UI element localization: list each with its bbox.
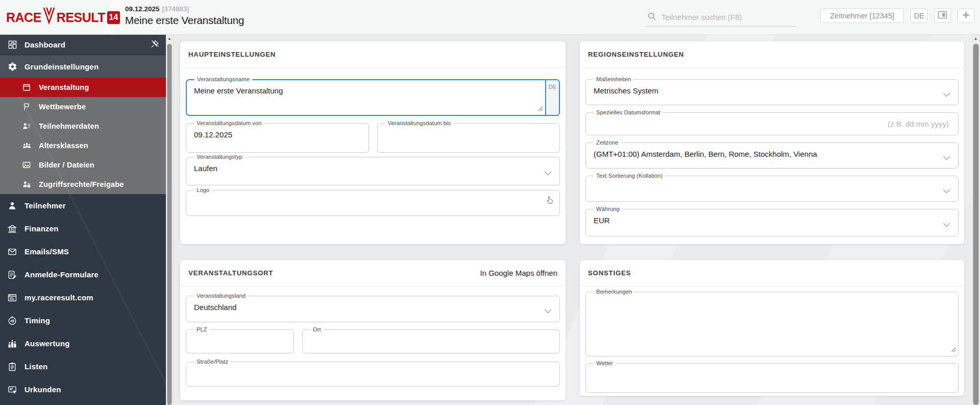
masseinheiten-select[interactable]: Maßeinheiten Metrisches System xyxy=(585,79,959,105)
sidebar-item-listen[interactable]: Listen xyxy=(0,355,166,378)
sidebar-item-label: Teilnehmerdaten xyxy=(39,122,99,130)
sidebar-item-veranstaltung[interactable]: Veranstaltung xyxy=(0,78,166,97)
field-value: EUR xyxy=(586,209,958,225)
logo-field[interactable]: Logo xyxy=(186,190,560,216)
kollation-select[interactable]: Text Sortierung (Kollation) xyxy=(585,176,959,202)
field-label: Veranstaltungsdatum von xyxy=(194,120,264,127)
veranstaltungsname-field[interactable]: Veranstaltungsname Meine erste Veranstal… xyxy=(186,79,560,116)
sidebar-nav: Dashboard Grundeinstellungen Veranstaltu… xyxy=(0,35,166,405)
people-group-icon xyxy=(21,140,32,151)
flag-icon xyxy=(21,101,32,112)
raceresult-logo[interactable]: RACE RESULT 14 xyxy=(6,6,120,29)
ort-field[interactable]: Ort xyxy=(302,329,560,353)
language-button[interactable]: DE xyxy=(911,8,927,23)
language-tag[interactable]: DE xyxy=(545,80,559,115)
svg-text:45: 45 xyxy=(10,319,14,323)
wetter-field[interactable]: Wetter xyxy=(585,363,959,393)
ribbon-icon xyxy=(42,6,56,29)
event-id: [374883] xyxy=(162,5,189,13)
field-label: Text Sortierung (Kollation) xyxy=(594,172,665,180)
sidebar-item-auswertung[interactable]: Auswertung xyxy=(0,332,166,355)
sidebar-item-altersklassen[interactable]: Altersklassen xyxy=(0,136,166,155)
sidebar-item-label: Timing xyxy=(24,316,50,325)
unpin-icon[interactable] xyxy=(150,39,160,51)
sidebar-item-grundeinstellungen[interactable]: Grundeinstellungen xyxy=(0,55,166,78)
sidebar-item-label: Zugriffsrechte/Freigabe xyxy=(39,180,124,188)
veranstaltungsland-select[interactable]: Veranstaltungsland Deutschland xyxy=(186,296,560,322)
sidebar-item-label: Dashboard xyxy=(24,40,65,49)
datumsformat-field[interactable]: Spezielles Datumsformat (z.B. dd.mm.yyyy… xyxy=(585,112,959,135)
strasse-platz-field[interactable]: Straße/Platz xyxy=(186,362,560,387)
veranstaltungstyp-select[interactable]: Veranstaltungstyp Laufen xyxy=(186,157,560,185)
sidebar-item-teilnehmer[interactable]: Teilnehmer xyxy=(0,194,166,217)
envelope-icon xyxy=(7,246,18,257)
sidebar-item-my-raceresult[interactable]: my.raceresult.com xyxy=(0,286,166,309)
calendar-icon xyxy=(21,82,32,93)
bemerkungen-textarea[interactable]: Bemerkungen xyxy=(585,292,959,356)
plz-field[interactable]: PLZ xyxy=(186,329,294,353)
sidebar-item-dashboard[interactable]: Dashboard xyxy=(0,35,166,55)
scrollbar-thumb[interactable] xyxy=(167,44,172,405)
field-label: Spezielles Datumsformat xyxy=(594,109,663,116)
zeitzone-select[interactable]: Zeitzone (GMT+01:00) Amsterdam, Berlin, … xyxy=(585,142,959,169)
search-icon xyxy=(647,12,656,23)
sidebar-item-bilder-dateien[interactable]: Bilder / Dateien xyxy=(0,155,166,175)
panel-toggle-button[interactable] xyxy=(934,8,951,23)
timekeeper-button[interactable]: Zeitnehmer [12345] xyxy=(820,8,904,23)
field-value xyxy=(186,362,559,369)
plus-icon xyxy=(962,11,970,20)
resize-handle-icon[interactable] xyxy=(951,345,956,354)
sidebar-item-zugriffsrechte[interactable]: Zugriffsrechte/Freigabe xyxy=(0,175,166,194)
chevron-down-icon xyxy=(544,306,552,316)
sidebar-item-label: Wettbewerbe xyxy=(39,103,86,111)
app-header: RACE RESULT 14 09.12.2025[374883] Meine … xyxy=(0,0,980,35)
field-label: Logo xyxy=(194,186,212,194)
sidebar-item-emails-sms[interactable]: Emails/SMS xyxy=(0,240,166,263)
sidebar-item-label: my.raceresult.com xyxy=(24,293,93,302)
sidebar-item-teilnehmerdaten[interactable]: Teilnehmerdaten xyxy=(0,116,166,136)
veranstaltungsdatum-bis-field[interactable]: Veranstaltungsdatum bis xyxy=(377,123,560,153)
hand-pointer-icon[interactable] xyxy=(545,195,553,207)
person-lock-icon xyxy=(21,179,32,190)
card-title: HAUPTEINSTELLUNGEN xyxy=(188,51,276,58)
sidebar-item-label: Emails/SMS xyxy=(24,247,69,256)
add-event-button[interactable] xyxy=(958,8,974,23)
stopwatch-icon: 45 xyxy=(7,315,18,326)
google-maps-link[interactable]: In Google Maps öffnen xyxy=(480,269,558,277)
sidebar-item-label: Teilnehmer xyxy=(24,201,66,210)
field-value: Meine erste Veranstaltung xyxy=(187,80,545,95)
waehrung-select[interactable]: Währung EUR xyxy=(585,209,959,236)
chevron-down-icon xyxy=(943,186,950,196)
field-value: (GMT+01:00) Amsterdam, Berlin, Bern, Rom… xyxy=(586,143,958,158)
certificate-icon xyxy=(7,384,18,395)
podium-icon xyxy=(7,338,18,349)
participant-search-input[interactable]: Teilnehmer suchen (F8) xyxy=(645,10,796,27)
sidebar-item-finanzen[interactable]: Finanzen xyxy=(0,217,166,240)
scroll-up-arrow[interactable]: ▲ xyxy=(166,36,173,41)
sidebar-item-label: Bilder / Dateien xyxy=(39,161,94,169)
field-label: Maßeinheiten xyxy=(594,76,633,83)
card-title: SONSTIGES xyxy=(588,269,631,277)
clipboard-icon xyxy=(7,361,18,372)
search-placeholder: Teilnehmer suchen (F8) xyxy=(662,13,742,21)
sidebar-item-urkunden[interactable]: Urkunden xyxy=(0,378,166,401)
person-list-icon xyxy=(21,121,32,132)
sidebar-item-label: Anmelde-Formulare xyxy=(24,270,99,279)
content-scrollbar-right: ▲ xyxy=(971,35,980,405)
sidebar-item-anmelde-formulare[interactable]: Anmelde-Formulare xyxy=(0,263,166,286)
sidebar-item-label: Listen xyxy=(24,362,47,371)
field-value xyxy=(303,330,559,337)
sidebar-item-wettbewerbe[interactable]: Wettbewerbe xyxy=(0,97,166,116)
bank-icon xyxy=(7,223,18,234)
scrollbar-thumb[interactable] xyxy=(973,44,978,405)
resize-handle-icon[interactable] xyxy=(538,104,543,113)
page-title: Meine erste Veranstaltung xyxy=(125,14,244,27)
browser-icon xyxy=(7,292,18,303)
card-title: REGIONSEINSTELLUNGEN xyxy=(588,51,684,58)
chevron-down-icon xyxy=(943,153,950,162)
logo-race-text: RACE xyxy=(6,10,41,25)
sidebar-item-timing[interactable]: 45 Timing xyxy=(0,309,166,332)
field-label: PLZ xyxy=(194,326,210,333)
scroll-up-arrow[interactable]: ▲ xyxy=(971,36,980,41)
veranstaltungsdatum-von-field[interactable]: Veranstaltungsdatum von 09.12.2025 xyxy=(186,123,369,153)
